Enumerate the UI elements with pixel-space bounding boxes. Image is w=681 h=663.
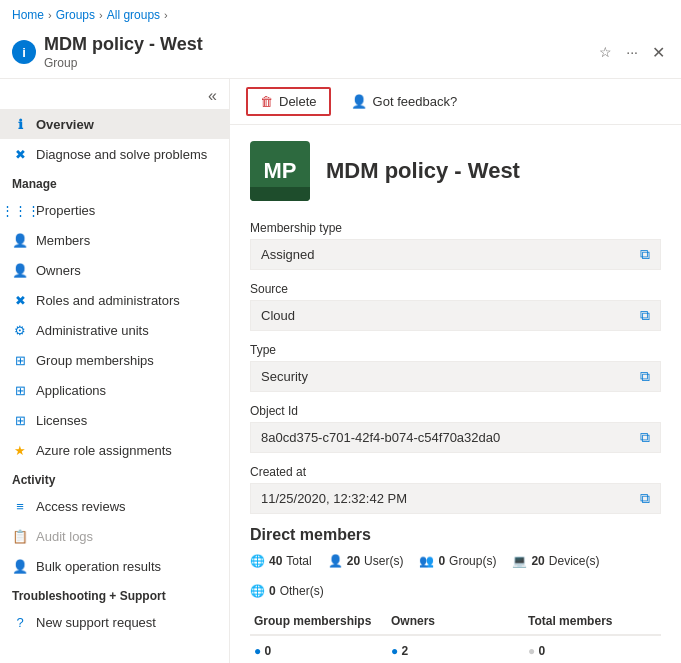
close-icon[interactable]: ✕ — [648, 39, 669, 66]
sidebar-item-diagnose[interactable]: ✖ Diagnose and solve problems — [0, 139, 229, 169]
col-owners: Owners — [387, 614, 524, 628]
sidebar-item-overview[interactable]: ℹ Overview — [0, 109, 229, 139]
total-label: Total — [286, 554, 311, 568]
sidebar-item-group-memberships[interactable]: ⊞ Group memberships — [0, 345, 229, 375]
field-label: Created at — [250, 465, 661, 479]
main-content: 🗑 Delete 👤 Got feedback? MP MDM policy -… — [230, 79, 681, 663]
sidebar-item-azure-roles[interactable]: ★ Azure role assignments — [0, 435, 229, 465]
users-icon: 👤 — [328, 554, 343, 568]
users-value: 20 — [347, 554, 360, 568]
cell-group-memberships: ● 0 — [250, 644, 387, 658]
page-subtitle: Group — [44, 56, 77, 70]
sidebar-item-audit-logs[interactable]: 📋 Audit logs — [0, 521, 229, 551]
field-label: Object Id — [250, 404, 661, 418]
bulk-ops-icon: 👤 — [12, 558, 28, 574]
field-label: Membership type — [250, 221, 661, 235]
groups-label: Group(s) — [449, 554, 496, 568]
field-object-id: Object Id 8a0cd375-c701-42f4-b074-c54f70… — [250, 404, 661, 453]
content-area: MP MDM policy - West Membership type Ass… — [230, 125, 681, 663]
audit-logs-icon: 📋 — [12, 528, 28, 544]
sidebar-item-label: Overview — [36, 117, 94, 132]
copy-button[interactable]: ⧉ — [640, 307, 650, 324]
sidebar-item-label: Properties — [36, 203, 95, 218]
title-text: MDM policy - West Group — [44, 34, 203, 70]
access-reviews-icon: ≡ — [12, 498, 28, 514]
copy-button[interactable]: ⧉ — [640, 368, 650, 385]
sidebar-item-applications[interactable]: ⊞ Applications — [0, 375, 229, 405]
group-memberships-icon: ⊞ — [12, 352, 28, 368]
pin-icon[interactable]: ☆ — [595, 40, 616, 64]
sidebar-item-members[interactable]: 👤 Members — [0, 225, 229, 255]
copy-button[interactable]: ⧉ — [640, 490, 650, 507]
applications-icon: ⊞ — [12, 382, 28, 398]
breadcrumb-groups[interactable]: Groups — [56, 8, 95, 22]
stat-devices: 💻 20 Device(s) — [512, 554, 599, 568]
groups-value: 0 — [438, 554, 445, 568]
breadcrumb-home[interactable]: Home — [12, 8, 44, 22]
field-created-at: Created at 11/25/2020, 12:32:42 PM ⧉ — [250, 465, 661, 514]
delete-label: Delete — [279, 94, 317, 109]
owners-icon: 👤 — [12, 262, 28, 278]
devices-value: 20 — [531, 554, 544, 568]
sidebar-item-bulk-ops[interactable]: 👤 Bulk operation results — [0, 551, 229, 581]
sidebar-item-support[interactable]: ? New support request — [0, 607, 229, 637]
sidebar-item-label: Group memberships — [36, 353, 154, 368]
field-value: Cloud ⧉ — [250, 300, 661, 331]
members-icon: 👤 — [12, 232, 28, 248]
sidebar-item-label: Licenses — [36, 413, 87, 428]
total-icon: 🌐 — [250, 554, 265, 568]
feedback-label: Got feedback? — [373, 94, 458, 109]
field-value: 11/25/2020, 12:32:42 PM ⧉ — [250, 483, 661, 514]
others-icon: 🌐 — [250, 584, 265, 598]
field-text: Cloud — [261, 308, 295, 323]
sidebar-item-roles[interactable]: ✖ Roles and administrators — [0, 285, 229, 315]
sidebar-item-label: New support request — [36, 615, 156, 630]
activity-section-header: Activity — [0, 465, 229, 491]
group-avatar: MP — [250, 141, 310, 201]
field-label: Source — [250, 282, 661, 296]
sidebar-item-label: Owners — [36, 263, 81, 278]
cell-owners: ● 2 — [387, 644, 524, 658]
field-text: Security — [261, 369, 308, 384]
others-value: 0 — [269, 584, 276, 598]
sidebar-item-admin-units[interactable]: ⚙ Administrative units — [0, 315, 229, 345]
feedback-icon: 👤 — [351, 94, 367, 109]
collapse-button[interactable]: « — [204, 87, 221, 105]
title-bar: i MDM policy - West Group ☆ ··· ✕ — [0, 30, 681, 79]
admin-units-icon: ⚙ — [12, 322, 28, 338]
azure-roles-icon: ★ — [12, 442, 28, 458]
sidebar-item-access-reviews[interactable]: ≡ Access reviews — [0, 491, 229, 521]
roles-icon: ✖ — [12, 292, 28, 308]
devices-label: Device(s) — [549, 554, 600, 568]
sidebar-item-owners[interactable]: 👤 Owners — [0, 255, 229, 285]
cell-total-members: ● 0 — [524, 644, 661, 658]
avatar-text: MP — [264, 158, 297, 184]
stat-groups: 👥 0 Group(s) — [419, 554, 496, 568]
users-label: User(s) — [364, 554, 403, 568]
sidebar-item-label: Access reviews — [36, 499, 126, 514]
sidebar-item-licenses[interactable]: ⊞ Licenses — [0, 405, 229, 435]
more-icon[interactable]: ··· — [622, 40, 642, 64]
sidebar-item-properties[interactable]: ⋮⋮⋮ Properties — [0, 195, 229, 225]
delete-button[interactable]: 🗑 Delete — [246, 87, 331, 116]
field-value: Assigned ⧉ — [250, 239, 661, 270]
copy-button[interactable]: ⧉ — [640, 429, 650, 446]
members-stats: 🌐 40 Total 👤 20 User(s) 👥 0 Group(s) 💻 2… — [250, 554, 661, 598]
feedback-button[interactable]: 👤 Got feedback? — [339, 89, 470, 114]
breadcrumb-all-groups[interactable]: All groups — [107, 8, 160, 22]
sidebar-item-label: Members — [36, 233, 90, 248]
devices-icon: 💻 — [512, 554, 527, 568]
licenses-icon: ⊞ — [12, 412, 28, 428]
field-value: Security ⧉ — [250, 361, 661, 392]
overview-icon: ℹ — [12, 116, 28, 132]
groups-icon: 👥 — [419, 554, 434, 568]
title-icon: i — [12, 40, 36, 64]
direct-members-title: Direct members — [250, 526, 661, 544]
manage-section-header: Manage — [0, 169, 229, 195]
troubleshoot-section-header: Troubleshooting + Support — [0, 581, 229, 607]
field-text: 11/25/2020, 12:32:42 PM — [261, 491, 407, 506]
stat-total: 🌐 40 Total — [250, 554, 312, 568]
copy-button[interactable]: ⧉ — [640, 246, 650, 263]
others-label: Other(s) — [280, 584, 324, 598]
field-text: 8a0cd375-c701-42f4-b074-c54f70a32da0 — [261, 430, 500, 445]
